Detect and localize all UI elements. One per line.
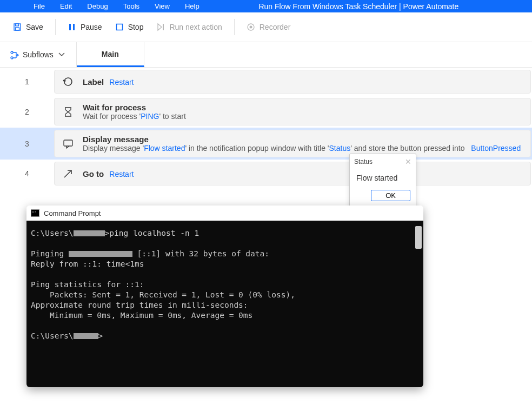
command-prompt-window: Command Prompt C:\Users\>ping localhost …	[26, 205, 423, 387]
stop-icon	[115, 23, 124, 31]
chevron-down-icon	[58, 50, 66, 59]
save-button[interactable]: Save	[8, 21, 49, 34]
action-card: Go to Restart	[54, 162, 531, 185]
line-number: 4	[0, 162, 54, 185]
action-title: Go to Restart	[83, 169, 134, 178]
action-row-3[interactable]: 3 Display message Display message 'Flow …	[0, 128, 532, 160]
toolbar-separator	[234, 19, 235, 35]
pause-icon	[68, 23, 76, 31]
subflow-icon	[10, 50, 18, 59]
status-dialog: Status ✕ Flow started OK	[349, 154, 416, 209]
action-row-1[interactable]: 1 Label Restart	[0, 68, 532, 96]
tabs-row: Subflows Main	[0, 42, 532, 68]
recorder-label: Recorder	[260, 23, 291, 31]
cmd-title: Command Prompt	[44, 209, 101, 217]
svg-rect-11	[64, 140, 72, 146]
ok-button[interactable]: OK	[371, 190, 410, 201]
redacted-text	[74, 333, 98, 339]
menu-bar: File Edit Debug Tools View Help Run Flow…	[0, 0, 532, 12]
goto-icon	[62, 168, 74, 180]
stop-button[interactable]: Stop	[110, 21, 149, 34]
svg-point-10	[11, 57, 13, 59]
svg-rect-2	[16, 28, 19, 30]
redacted-text	[69, 251, 132, 257]
dialog-titlebar[interactable]: Status ✕	[350, 154, 416, 169]
line-number: 2	[0, 98, 54, 125]
menu-help[interactable]: Help	[177, 1, 207, 11]
action-card: Label Restart	[54, 70, 531, 94]
action-row-4[interactable]: 4 Go to Restart	[0, 160, 532, 188]
hourglass-icon	[62, 106, 74, 118]
toolbar: Save Pause Stop Run next action Recorder	[0, 12, 532, 42]
toolbar-separator	[55, 19, 56, 35]
svg-rect-0	[14, 24, 21, 30]
svg-point-8	[249, 26, 252, 29]
cmd-icon	[31, 209, 39, 217]
action-card: Wait for process Wait for process 'PING'…	[54, 98, 531, 125]
svg-point-9	[11, 51, 13, 54]
menu-view[interactable]: View	[147, 1, 177, 11]
run-next-label: Run next action	[169, 23, 222, 31]
svg-rect-3	[69, 24, 71, 30]
redacted-text	[74, 230, 105, 236]
cmd-titlebar[interactable]: Command Prompt	[26, 205, 423, 221]
cmd-output[interactable]: C:\Users\>ping localhost -n 1 Pinging [:…	[26, 221, 423, 387]
menu-edit[interactable]: Edit	[52, 1, 79, 11]
menu-tools[interactable]: Tools	[116, 1, 147, 11]
run-next-action-button[interactable]: Run next action	[151, 21, 227, 34]
scrollbar-thumb[interactable]	[415, 226, 422, 249]
svg-rect-1	[16, 24, 19, 26]
step-icon	[156, 23, 165, 31]
tab-main[interactable]: Main	[77, 42, 144, 67]
action-row-2[interactable]: 2 Wait for process Wait for process 'PIN…	[0, 96, 532, 128]
svg-rect-4	[73, 24, 75, 30]
action-card: Display message Display message 'Flow st…	[54, 130, 531, 157]
line-number: 3	[0, 130, 54, 157]
stop-label: Stop	[128, 23, 144, 31]
action-title: Display message	[83, 135, 521, 144]
dialog-message: Flow started	[350, 169, 416, 190]
menu-file[interactable]: File	[26, 1, 52, 11]
action-description: Wait for process 'PING' to start	[83, 112, 186, 121]
tab-main-label: Main	[102, 50, 119, 58]
svg-rect-6	[163, 24, 164, 30]
menu-debug[interactable]: Debug	[79, 1, 115, 11]
save-label: Save	[26, 23, 43, 31]
svg-rect-5	[116, 24, 122, 30]
action-title: Label Restart	[83, 77, 134, 87]
subflows-dropdown[interactable]: Subflows	[0, 42, 77, 67]
subflows-label: Subflows	[23, 50, 54, 59]
record-icon	[247, 23, 255, 31]
flow-actions: 1 Label Restart 2 Wait for process Wait …	[0, 68, 532, 188]
pause-label: Pause	[81, 23, 102, 31]
save-icon	[13, 23, 22, 31]
pause-button[interactable]: Pause	[62, 21, 108, 34]
label-icon	[62, 76, 74, 88]
message-icon	[62, 138, 74, 150]
action-description: Display message 'Flow started' in the no…	[83, 144, 521, 153]
recorder-button[interactable]: Recorder	[241, 21, 296, 34]
action-title: Wait for process	[83, 103, 186, 112]
dialog-title: Status	[354, 158, 373, 165]
window-title: Run Flow From Windows Task Scheduler | P…	[240, 2, 532, 11]
line-number: 1	[0, 70, 54, 94]
close-icon[interactable]: ✕	[405, 157, 411, 166]
